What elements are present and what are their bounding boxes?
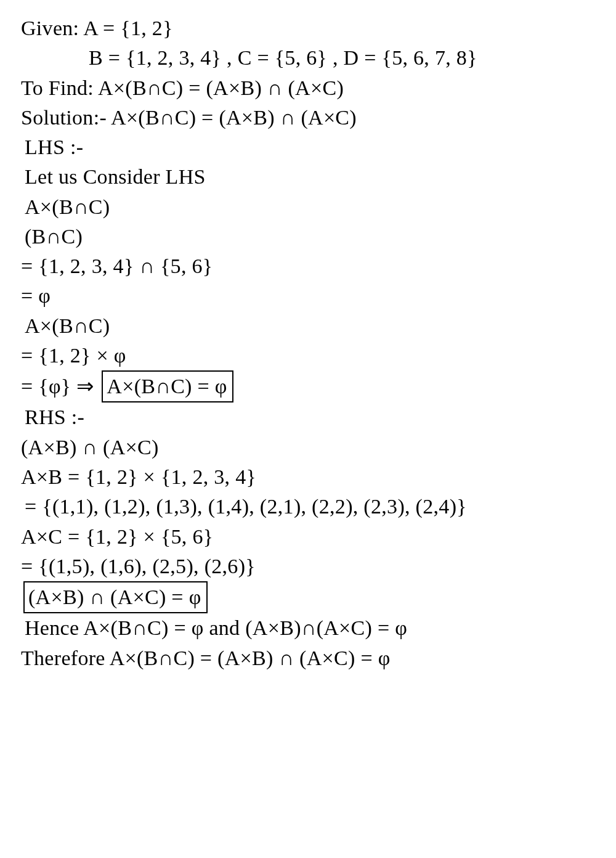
boxed-lhs-result: A×(B∩C) = φ <box>102 370 233 402</box>
line-therefore: Therefore A×(B∩C) = (A×B) ∩ (A×C) = φ <box>21 644 598 673</box>
line-axb-def: A×B = {1, 2} × {1, 2, 3, 4} <box>21 462 598 492</box>
handwritten-math-page: Given: A = {1, 2} B = {1, 2, 3, 4} , C =… <box>0 0 616 858</box>
line-a-bnc-expr: A×(B∩C) <box>21 192 598 222</box>
line-consider-lhs: Let us Consider LHS <box>21 162 598 192</box>
line-lhs-result: = {φ} ⇒ A×(B∩C) = φ <box>21 370 598 402</box>
line-to-find: To Find: A×(B∩C) = (A×B) ∩ (A×C) <box>21 73 598 103</box>
line-lhs-heading: LHS :- <box>21 133 598 162</box>
line-solution: Solution:- A×(B∩C) = (A×B) ∩ (A×C) <box>21 103 598 133</box>
line-axb-pairs: = {(1,1), (1,2), (1,3), (1,4), (2,1), (2… <box>21 492 598 521</box>
line-lhs-result-prefix: = {φ} ⇒ <box>21 375 99 398</box>
line-rhs-result: (A×B) ∩ (A×C) = φ <box>21 581 598 613</box>
line-hence: Hence A×(B∩C) = φ and (A×B)∩(A×C) = φ <box>21 613 598 643</box>
line-a-bnc-again: A×(B∩C) <box>21 311 598 341</box>
line-bnc-sets: = {1, 2, 3, 4} ∩ {5, 6} <box>21 251 598 281</box>
line-bnc: (B∩C) <box>21 222 598 251</box>
line-a-times-empty: = {1, 2} × φ <box>21 341 598 370</box>
line-given-a: Given: A = {1, 2} <box>21 14 598 43</box>
line-given-bcd: B = {1, 2, 3, 4} , C = {5, 6} , D = {5, … <box>21 43 598 73</box>
line-rhs-expr: (A×B) ∩ (A×C) <box>21 433 598 462</box>
boxed-rhs-result: (A×B) ∩ (A×C) = φ <box>23 581 208 613</box>
line-rhs-heading: RHS :- <box>21 402 598 432</box>
line-axc-def: A×C = {1, 2} × {5, 6} <box>21 522 598 552</box>
line-axc-pairs: = {(1,5), (1,6), (2,5), (2,6)} <box>21 552 598 581</box>
line-bnc-empty: = φ <box>21 281 598 311</box>
